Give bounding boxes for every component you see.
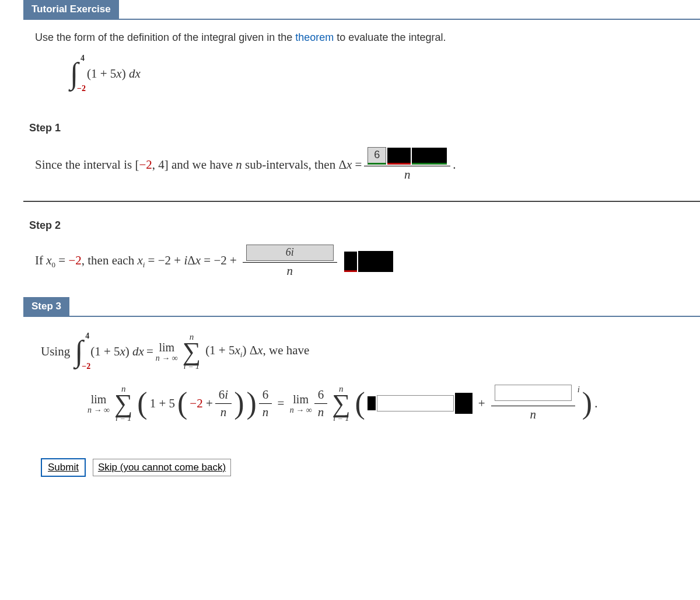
tutorial-tab: Tutorial Exercise [23,0,119,19]
submit-button[interactable]: Submit [41,458,86,477]
step3-input-b[interactable] [495,385,572,401]
submit-bar: Submit Skip (you cannot come back) [41,458,700,477]
lim-icon: lim n → ∞ [290,393,312,414]
rparen-icon: ) [582,392,592,415]
step1-blackbox-b[interactable] [412,148,447,165]
integral-display: 4 ∫ −2 (1 + 5x) dx [70,54,141,93]
tutorial-header-row: Tutorial Exercise [23,0,700,20]
step1-content: Since the interval is [−2, 4] and we hav… [0,146,700,201]
step1-period: . [453,158,456,172]
step1-label: Step 1 [29,122,700,134]
step3-blackbox-a[interactable] [455,393,473,414]
frac-6-n-b: 6 n [314,386,328,421]
rparen-icon: ) [234,392,244,415]
step2-numerator-input[interactable]: 6i [246,245,334,261]
step2-blackbox-a[interactable] [344,252,357,272]
prompt-pre: Use the form of the definition of the in… [35,32,295,43]
lparen-icon: ( [137,392,147,415]
step2-text: If x0 = −2, then each xi = −2 + iΔx = −2… [35,253,237,270]
prompt-post: to evaluate the integral. [337,32,446,43]
frac-6-n: 6 n [259,386,272,421]
step3-line1: Using 4 ∫ −2 (1 + 5x) dx = lim n → ∞ n ∑… [0,332,700,371]
step2-fraction: 6i n [243,243,337,280]
step3-header-row: Step 3 [23,297,700,317]
step3-line2: lim n → ∞ n ∑ i = 1 ( 1 + 5 ( −2 + 6i n … [0,383,700,423]
step2-content: If x0 = −2, then each xi = −2 + iΔx = −2… [0,243,700,297]
lim-icon: lim n → ∞ [156,341,178,362]
step1-text: Since the interval is [−2, 4] and we hav… [35,158,362,172]
lim-icon: lim n → ∞ [88,393,110,414]
sigma-icon: n ∑ i = 1 [180,333,203,371]
lparen-icon: ( [355,392,365,415]
step1-fraction: 6 n [364,146,450,183]
step3-integral: 4 ∫ −2 (1 + 5x) dx [75,332,144,371]
step1-divider [23,201,700,202]
int-lower: −2 [70,85,86,93]
rparen-icon: ) [246,392,256,415]
step3-input-a[interactable] [377,395,454,411]
lparen-icon: ( [177,392,187,415]
step1-den: n [401,166,414,183]
step1-numerator-input[interactable]: 6 [368,147,386,165]
frac-6i-n: 6i n [215,386,232,421]
integral-icon: ∫ [75,340,83,362]
step2-blackbox-b[interactable] [358,251,393,272]
step2-label: Step 2 [29,219,700,232]
step3-superscript-i: i [578,383,580,395]
tutorial-prompt: Use the form of the definition of the in… [0,20,700,104]
sigma-icon: n ∑ i = 1 [112,385,135,423]
step3-frac-input: n [491,383,575,423]
step1-blackbox-a[interactable] [387,148,411,165]
theorem-link[interactable]: theorem [295,32,334,43]
skip-link[interactable]: Skip (you cannot come back) [93,459,231,476]
step2-den: n [284,263,297,280]
integral-icon: ∫ [70,62,78,85]
step3-using: Using [41,344,70,359]
step3-tab: Step 3 [23,297,69,316]
int-body: (1 + 5x) dx [86,67,141,81]
sigma-icon: n ∑ i = 1 [330,385,352,423]
step3-cursor-icon [368,396,376,410]
